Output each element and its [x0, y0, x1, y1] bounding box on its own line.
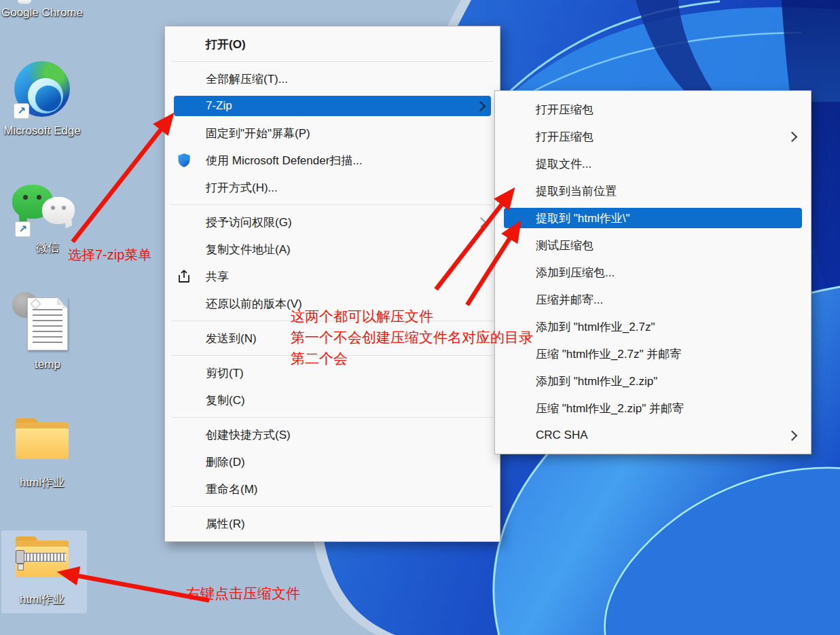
menu-separator	[171, 506, 494, 507]
menu-item-label: 还原以前的版本(V)	[206, 296, 302, 312]
zip-submenu: 打开压缩包打开压缩包提取文件...提取到当前位置提取到 "html作业\"测试压…	[494, 90, 811, 454]
menu-item-extract-all[interactable]: 全部解压缩(T)...	[165, 65, 500, 92]
icon-label: temp	[5, 357, 90, 371]
menu-item-label: 创建快捷方式(S)	[206, 427, 291, 443]
submenu-arrow-icon	[787, 430, 798, 441]
annotation-select-7zip: 选择7-zip菜单	[68, 246, 151, 264]
menu-item-open[interactable]: 打开(O)	[165, 31, 500, 58]
submenu-item-compress-zip-email[interactable]: 压缩 "html作业_2.zip" 并邮寄	[495, 395, 811, 422]
menu-item-copy-path[interactable]: 复制文件地址(A)	[165, 236, 500, 263]
menu-item-label: 压缩并邮寄...	[536, 292, 603, 308]
menu-item-label: 删除(D)	[206, 454, 245, 470]
zip-folder-icon	[16, 537, 69, 579]
menu-item-label: 添加到 "html作业_2.7z"	[536, 319, 655, 335]
icon-label: Microsoft Edge	[0, 124, 84, 138]
context-menu: 打开(O)全部解压缩(T)...7-Zip固定到"开始"屏幕(P)使用 Micr…	[164, 26, 500, 542]
submenu-item-extract-to-folder[interactable]: 提取到 "html作业\"	[504, 208, 802, 228]
desktop-icon-microsoft-edge[interactable]: ↗ Microsoft Edge	[0, 61, 84, 138]
menu-item-label: 属性(R)	[206, 516, 245, 532]
menu-item-7zip[interactable]: 7-Zip	[174, 96, 491, 116]
menu-item-defender-scan[interactable]: 使用 Microsoft Defender扫描...	[165, 147, 500, 174]
share-icon	[175, 268, 193, 285]
menu-item-label: 测试压缩包	[536, 238, 594, 253]
menu-item-label: 发送到(N)	[206, 331, 257, 346]
annotation-line: 第二个会	[291, 348, 533, 369]
icon-label: Google Chrome	[0, 5, 84, 20]
menu-item-label: CRC SHA	[536, 429, 588, 442]
menu-item-label: 打开方式(H)...	[206, 180, 278, 196]
menu-separator	[171, 417, 494, 418]
menu-item-label: 全部解压缩(T)...	[206, 71, 288, 87]
desktop-icon-temp[interactable]: temp	[5, 296, 90, 371]
menu-item-delete[interactable]: 删除(D)	[165, 448, 500, 475]
defender-shield-icon	[175, 151, 193, 169]
menu-item-label: 使用 Microsoft Defender扫描...	[206, 153, 363, 168]
menu-item-label: 提取文件...	[536, 156, 591, 172]
menu-item-label: 剪切(T)	[206, 365, 244, 381]
menu-item-open-with[interactable]: 打开方式(H)...	[165, 174, 500, 201]
menu-item-label: 打开压缩包	[536, 129, 594, 145]
annotation-line: 这两个都可以解压文件	[291, 306, 533, 327]
menu-item-label: 添加到 "html作业_2.zip"	[536, 374, 657, 389]
menu-item-label: 压缩 "html作业_2.zip" 并邮寄	[536, 401, 684, 416]
menu-item-label: 提取到 "html作业\"	[536, 211, 630, 226]
menu-item-give-access[interactable]: 授予访问权限(G)	[165, 208, 500, 236]
menu-separator	[171, 204, 494, 205]
menu-separator	[171, 61, 494, 62]
submenu-item-compress-and-email[interactable]: 压缩并邮寄...	[495, 286, 811, 313]
menu-item-label: 打开压缩包	[536, 102, 594, 117]
desktop-icon-wechat[interactable]: ↗ 微信	[5, 185, 90, 255]
annotation-right-click: 右键点击压缩文件	[186, 584, 300, 603]
submenu-item-compress-7z-email[interactable]: 压缩 "html作业_2.7z" 并邮寄	[495, 340, 811, 367]
menu-item-label: 复制文件地址(A)	[206, 242, 291, 257]
shortcut-arrow-icon: ↗	[15, 221, 31, 237]
menu-item-label: 共享	[206, 269, 229, 285]
shortcut-arrow-icon: ↗	[14, 103, 29, 119]
menu-item-rename[interactable]: 重命名(M)	[165, 475, 500, 503]
menu-item-copy[interactable]: 复制(C)	[165, 386, 500, 414]
desktop-icon-html-homework-folder[interactable]: html作业	[0, 418, 84, 490]
submenu-item-test-archive[interactable]: 测试压缩包	[495, 232, 811, 259]
submenu-item-extract-files[interactable]: 提取文件...	[495, 150, 811, 177]
menu-item-create-shortcut[interactable]: 创建快捷方式(S)	[165, 421, 500, 448]
menu-item-label: 压缩 "html作业_2.7z" 并邮寄	[536, 346, 681, 362]
document-icon	[12, 296, 83, 357]
menu-item-properties[interactable]: 属性(R)	[165, 510, 500, 537]
menu-item-label: 授予访问权限(G)	[206, 215, 292, 230]
menu-item-label: 重命名(M)	[206, 482, 257, 497]
annotation-extract-note: 这两个都可以解压文件 第一个不会创建压缩文件名对应的目录 第二个会	[291, 306, 533, 369]
submenu-item-add-to-archive[interactable]: 添加到压缩包...	[495, 259, 811, 286]
menu-item-label: 添加到压缩包...	[536, 265, 615, 280]
submenu-item-extract-here[interactable]: 提取到当前位置	[495, 177, 811, 204]
icon-label: html作业	[0, 475, 84, 490]
submenu-item-crc-sha[interactable]: CRC SHA	[495, 422, 811, 449]
menu-item-label: 打开(O)	[206, 37, 246, 52]
submenu-arrow-icon	[787, 131, 798, 142]
menu-item-share[interactable]: 共享	[165, 263, 500, 290]
desktop-icon-html-homework-zip[interactable]: html作业	[0, 537, 84, 606]
submenu-item-add-to-zip[interactable]: 添加到 "html作业_2.zip"	[495, 367, 811, 395]
submenu-item-add-to-7z[interactable]: 添加到 "html作业_2.7z"	[495, 313, 811, 340]
icon-label: html作业	[0, 592, 84, 606]
folder-icon	[16, 418, 69, 460]
submenu-arrow-icon	[476, 217, 487, 228]
submenu-item-open-archive-2[interactable]: 打开压缩包	[495, 123, 811, 150]
menu-item-pin-to-start[interactable]: 固定到"开始"屏幕(P)	[165, 120, 500, 147]
menu-item-label: 7-Zip	[206, 99, 232, 113]
chrome-icon-partial[interactable]	[18, 0, 31, 4]
menu-item-label: 提取到当前位置	[536, 183, 617, 199]
menu-item-label: 复制(C)	[206, 393, 245, 408]
annotation-line: 第一个不会创建压缩文件名对应的目录	[291, 327, 533, 348]
menu-item-label: 固定到"开始"屏幕(P)	[206, 126, 310, 141]
submenu-item-open-archive[interactable]: 打开压缩包	[495, 96, 811, 123]
submenu-arrow-icon	[475, 101, 486, 111]
desktop-icon-google-chrome[interactable]: Google Chrome	[0, 5, 84, 20]
